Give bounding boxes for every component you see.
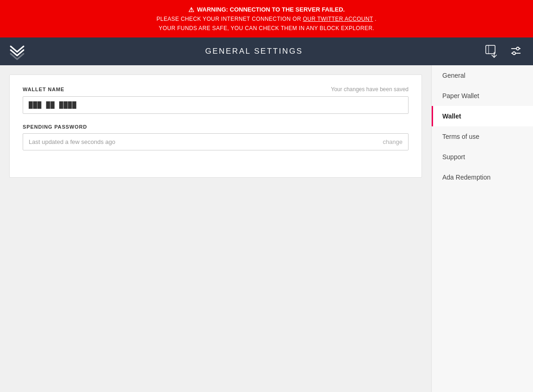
- settings-icon-group[interactable]: [507, 43, 525, 60]
- wallet-name-label-row: WALLET NAME Your changes have been saved: [23, 86, 409, 93]
- sidebar-item-paper-wallet[interactable]: Paper Wallet: [432, 86, 533, 106]
- sidebar-item-terms-of-use[interactable]: Terms of use: [432, 126, 533, 147]
- header-actions: [482, 43, 525, 60]
- sidebar-item-support[interactable]: Support: [432, 147, 533, 167]
- svg-point-4: [513, 52, 515, 55]
- svg-rect-0: [486, 45, 495, 54]
- page-title: GENERAL SETTINGS: [26, 47, 482, 56]
- sidebar-item-wallet[interactable]: Wallet: [432, 106, 533, 126]
- wallet-icon: [482, 43, 500, 60]
- sidebar: General Paper Wallet Wallet Terms of use…: [431, 65, 533, 392]
- settings-card: WALLET NAME Your changes have been saved…: [9, 75, 422, 178]
- warning-line3: YOUR FUNDS ARE SAFE, YOU CAN CHECK THEM …: [9, 24, 524, 33]
- sidebar-item-wallet-label: Wallet: [442, 112, 461, 120]
- saved-message: Your changes have been saved: [331, 86, 409, 93]
- sidebar-item-ada-redemption[interactable]: Ada Redemption: [432, 167, 533, 187]
- svg-point-2: [516, 47, 519, 50]
- warning-check-text: PLEASE CHECK YOUR INTERNET CONNECTION OR: [156, 16, 301, 22]
- sidebar-item-general[interactable]: General: [432, 65, 533, 86]
- warning-line1: ⚠ WARNING: CONNECTION TO THE SERVER FAIL…: [9, 5, 524, 15]
- spending-password-field: Last updated a few seconds ago change: [23, 133, 409, 150]
- sidebar-item-paper-wallet-label: Paper Wallet: [442, 92, 479, 100]
- warning-title: WARNING: CONNECTION TO THE SERVER FAILED…: [197, 5, 345, 15]
- wallet-icon-group[interactable]: [482, 43, 500, 60]
- twitter-link[interactable]: OUR TWITTER ACCOUNT: [303, 16, 373, 22]
- warning-banner: ⚠ WARNING: CONNECTION TO THE SERVER FAIL…: [0, 0, 533, 37]
- spending-password-label-row: SPENDING PASSWORD: [23, 124, 409, 130]
- logo[interactable]: [8, 43, 26, 60]
- main-layout: WALLET NAME Your changes have been saved…: [0, 65, 533, 392]
- logo-icon: [8, 43, 26, 60]
- warning-period: .: [375, 16, 377, 22]
- warning-icon: ⚠: [188, 5, 194, 15]
- app-header: GENERAL SETTINGS: [0, 37, 533, 65]
- settings-icon: [508, 44, 523, 59]
- wallet-name-label: WALLET NAME: [23, 87, 64, 92]
- warning-line2: PLEASE CHECK YOUR INTERNET CONNECTION OR…: [9, 15, 524, 24]
- sidebar-item-general-label: General: [442, 72, 465, 79]
- content-area: WALLET NAME Your changes have been saved…: [0, 65, 431, 392]
- sidebar-item-support-label: Support: [442, 153, 465, 161]
- spending-password-label: SPENDING PASSWORD: [23, 124, 87, 130]
- spending-password-hint: Last updated a few seconds ago: [29, 138, 115, 145]
- spending-password-group: SPENDING PASSWORD Last updated a few sec…: [23, 124, 409, 150]
- change-password-button[interactable]: change: [383, 138, 403, 145]
- wallet-name-group: WALLET NAME Your changes have been saved: [23, 86, 409, 114]
- sidebar-item-ada-label: Ada Redemption: [442, 174, 490, 181]
- wallet-name-input[interactable]: [23, 96, 409, 114]
- sidebar-item-terms-label: Terms of use: [442, 133, 479, 140]
